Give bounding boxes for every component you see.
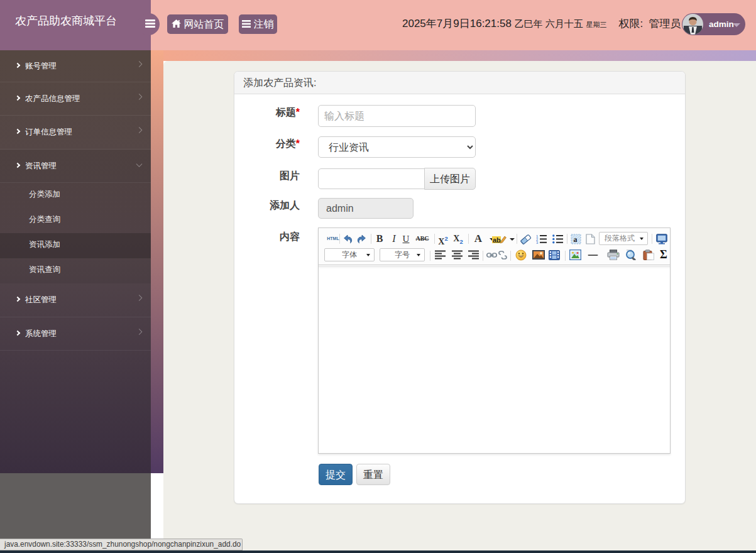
svg-text:3: 3 (536, 241, 539, 245)
svg-text:ab: ab (493, 236, 501, 243)
svg-text:a: a (573, 235, 577, 244)
